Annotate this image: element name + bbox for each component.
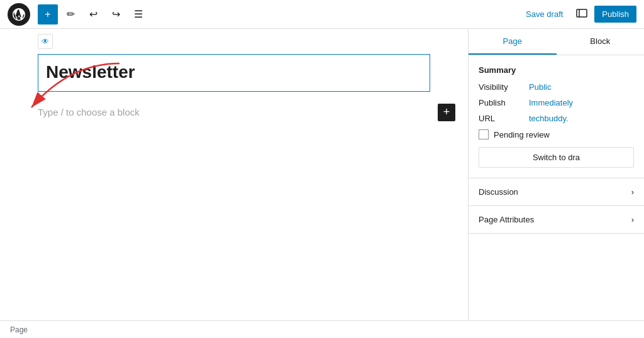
block-navigation-button[interactable]: ☰ [128, 4, 148, 25]
add-block-toolbar-button[interactable]: + [38, 4, 58, 25]
preview-icon [575, 7, 588, 21]
visibility-label: Visibility [479, 82, 529, 92]
list-icon: ☰ [134, 8, 143, 20]
tab-block[interactable]: Block [557, 29, 645, 55]
page-attributes-title: Page Attributes [479, 215, 534, 224]
content-block-placeholder[interactable]: Type / to choose a block + [38, 102, 430, 123]
undo-icon: ↩ [89, 8, 97, 20]
plus-icon: + [45, 9, 50, 20]
url-value[interactable]: techbuddy. [529, 114, 569, 123]
footer: Page [0, 320, 644, 338]
pending-review-checkbox[interactable] [479, 129, 489, 139]
svg-rect-0 [577, 9, 587, 17]
placeholder-text: Type / to choose a block [38, 107, 140, 117]
url-row: URL techbuddy. [479, 114, 634, 123]
publish-row: Publish Immediately [479, 98, 634, 107]
undo-button[interactable]: ↩ [83, 4, 103, 25]
eye-icon: 👁 [42, 37, 49, 46]
tools-button[interactable]: ✏ [60, 4, 80, 25]
pending-review-row: Pending review [479, 129, 634, 139]
view-icon-button[interactable]: 👁 [38, 34, 53, 49]
publish-button[interactable]: Publish [594, 6, 636, 23]
footer-status: Page [10, 325, 28, 334]
editor-area: 👁 Newsletter Type / to choose a block + [0, 29, 468, 320]
switch-to-draft-button[interactable]: Switch to dra [479, 147, 634, 168]
sidebar-tabs: Page Block [469, 29, 644, 55]
summary-title: Summary [479, 65, 634, 75]
tab-page[interactable]: Page [469, 29, 557, 55]
discussion-section-header[interactable]: Discussion › [469, 178, 644, 206]
visibility-value[interactable]: Public [529, 82, 551, 92]
url-label: URL [479, 114, 529, 123]
visibility-row: Visibility Public [479, 82, 634, 92]
publish-value[interactable]: Immediately [529, 98, 573, 107]
page-title-input[interactable]: Newsletter [38, 54, 430, 92]
main-layout: 👁 Newsletter Type / to choose a block + … [0, 29, 644, 320]
pencil-icon: ✏ [67, 8, 75, 20]
save-draft-button[interactable]: Save draft [519, 6, 569, 23]
redo-icon: ↪ [112, 8, 120, 20]
block-toolbar: 👁 [38, 34, 53, 49]
summary-section: Summary Visibility Public Publish Immedi… [469, 55, 644, 178]
wp-logo[interactable] [8, 3, 30, 26]
add-block-button[interactable]: + [438, 104, 455, 121]
chevron-down-icon-2: › [631, 215, 634, 224]
pending-review-label: Pending review [494, 130, 550, 139]
sidebar: Page Block Summary Visibility Public Pub… [468, 29, 644, 320]
main-toolbar: + ✏ ↩ ↪ ☰ Save draft Publish [0, 0, 644, 29]
chevron-down-icon: › [631, 187, 634, 197]
publish-label: Publish [479, 98, 529, 107]
redo-button[interactable]: ↪ [106, 4, 126, 25]
discussion-title: Discussion [479, 187, 518, 197]
title-block-wrapper: 👁 Newsletter [38, 54, 430, 92]
plus-icon: + [443, 106, 450, 119]
preview-button[interactable] [572, 3, 592, 25]
page-attributes-section-header[interactable]: Page Attributes › [469, 206, 644, 234]
